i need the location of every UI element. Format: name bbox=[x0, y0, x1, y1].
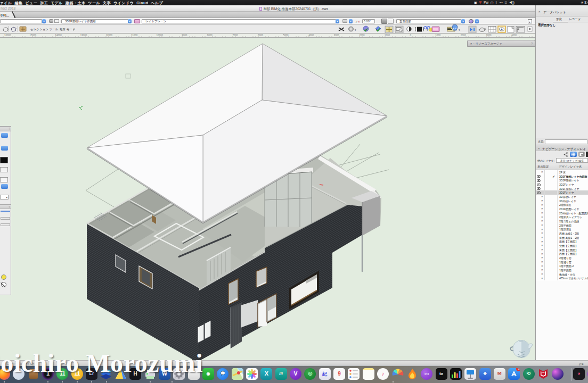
svg-text:▾: ▾ bbox=[459, 28, 460, 31]
svg-text:▾: ▾ bbox=[355, 28, 356, 31]
svg-text:セレクション ツール: 矩形 モード: セレクション ツール: 矩形 モード bbox=[30, 28, 75, 31]
